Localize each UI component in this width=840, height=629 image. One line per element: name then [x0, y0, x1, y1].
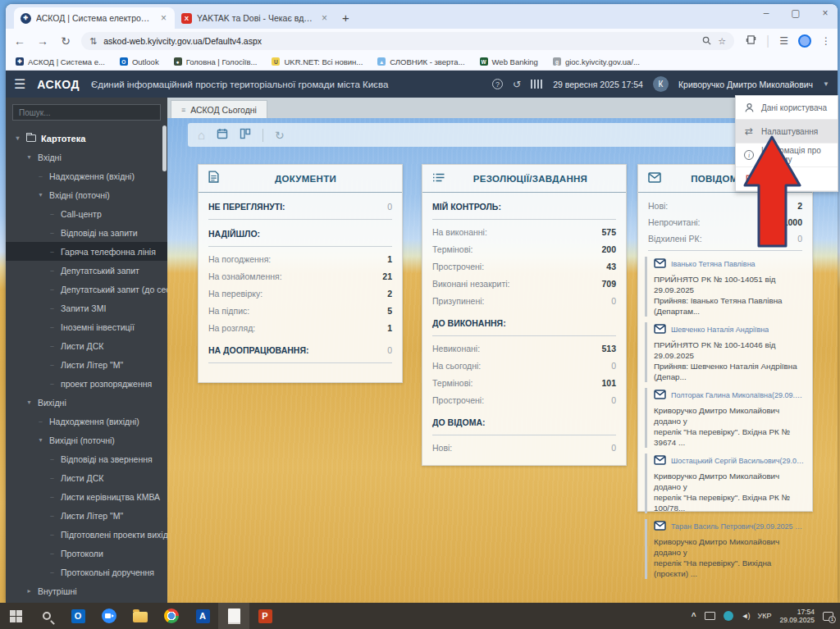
tab-close-icon[interactable]: × [159, 12, 168, 24]
sidebar-item[interactable]: –Відповіді на запити [6, 223, 167, 242]
user-avatar[interactable]: К [653, 76, 669, 92]
taskbar-app-zoom[interactable] [94, 603, 125, 629]
taskbar-app-powerpoint[interactable]: P [249, 603, 281, 629]
tray-app-icon[interactable] [724, 611, 733, 621]
extensions-icon[interactable] [746, 34, 756, 48]
minimize-icon[interactable]: – [760, 7, 772, 19]
caret-down-icon[interactable]: ▾ [25, 153, 33, 161]
dash-marker-icon: – [48, 549, 56, 557]
sidebar-scrollbar[interactable] [162, 125, 167, 171]
bookmark-star-icon[interactable]: ☆ [718, 36, 726, 47]
tab-askod-today[interactable]: ≡ АСКОД Сьогодні [171, 100, 267, 118]
sidebar-item[interactable]: ▾Вихідні [6, 393, 167, 412]
bookmark-item[interactable]: ●Головна | Голосіїв... [174, 57, 258, 66]
sidebar-item[interactable]: –Листи ДСК [6, 468, 167, 487]
sidebar-search-input[interactable] [12, 104, 161, 121]
sidebar-item[interactable]: –Депутатський запит [6, 261, 167, 280]
bookmark-item[interactable]: WWeb Banking [480, 57, 538, 66]
bookmark-item[interactable]: ggioc.kyivcity.gov.ua/... [553, 57, 640, 66]
user-name[interactable]: Криворучко Дмитро Миколайович [678, 80, 813, 89]
sidebar-item[interactable]: ▸Внутрішні [6, 581, 167, 600]
sidebar-item[interactable]: –Підготовлені проекти вихідних [6, 525, 167, 544]
language-indicator[interactable]: УКР [757, 612, 771, 620]
browser-tab[interactable]: XYAKTAK та Dові - Чекає вдом...× [175, 7, 336, 29]
taskbar-app-outlook[interactable]: O [62, 603, 94, 629]
tray-clock[interactable]: 17:54 29.09.2025 [779, 608, 815, 624]
message-sender-link[interactable]: Таран Василь Петрович(29.09.2025 - 17:31… [671, 522, 804, 531]
barcode-icon[interactable] [531, 80, 543, 89]
sidebar-item[interactable]: –Листи Літер "М" [6, 506, 167, 525]
message-sender-link[interactable]: Іванько Тетяна Павлівна [671, 260, 756, 268]
sidebar-item[interactable]: –Запити ЗМІ [6, 299, 167, 317]
zoom-page-icon[interactable] [702, 36, 711, 47]
history-icon[interactable]: ↺ [513, 79, 521, 90]
taskbar-app-search[interactable] [31, 603, 62, 629]
taskbar-app-start[interactable] [0, 603, 31, 629]
notifications-icon[interactable]: 1 [823, 612, 833, 621]
menu-item-user[interactable]: Дані користувача [736, 96, 838, 120]
tab-close-icon[interactable]: × [320, 12, 329, 24]
volume-icon[interactable]: ◄) [742, 612, 750, 620]
refresh-icon[interactable]: ↻ [275, 129, 285, 142]
message-item[interactable]: Таран Василь Петрович(29.09.2025 - 17:31… [645, 519, 804, 579]
sidebar-item[interactable]: ▾Вихідні (поточні) [6, 431, 167, 449]
taskbar-app-a-app[interactable]: A [187, 603, 218, 629]
message-item[interactable]: Шостацький Сергій Васильович(29.09.2025 … [645, 454, 804, 513]
sidebar-item[interactable]: –Відповіді на звернення [6, 449, 167, 468]
sidebar-item[interactable]: ▾Вхідні (поточні) [6, 185, 167, 204]
sidebar-item[interactable]: –Листи керівництва КМВА [6, 487, 167, 506]
browser-menu-icon[interactable]: ⋮ [821, 35, 831, 47]
message-sender-link[interactable]: Шостацький Сергій Васильович(29.09.2025 … [671, 457, 804, 465]
sidebar-item[interactable]: –Протоколи [6, 544, 167, 563]
reload-icon[interactable]: ↻ [58, 34, 73, 48]
message-item[interactable]: Шевченко Наталія АндріївнаПРИЙНЯТО РК № … [645, 322, 804, 382]
sidebar-item[interactable]: –Листи ДСК [6, 336, 167, 355]
sidebar-item[interactable]: –проект розпорядження [6, 374, 167, 393]
browser-tab[interactable]: АСКОД | Система електронн...× [14, 7, 175, 29]
bookmark-item[interactable]: UUKR.NET: Всі новин... [272, 57, 363, 66]
taskbar-app-chrome[interactable] [156, 603, 187, 629]
back-icon[interactable]: ← [12, 34, 27, 48]
sidebar-item[interactable]: –Протокольні доручення [6, 563, 167, 581]
message-sender-link[interactable]: Полторак Галина Миколаївна(29.09.2025 - … [671, 391, 804, 399]
board-icon[interactable] [240, 128, 251, 143]
chevron-down-icon[interactable]: ▼ [823, 80, 829, 88]
hamburger-menu-icon[interactable]: ☰ [14, 76, 25, 92]
network-icon[interactable] [705, 612, 715, 620]
sidebar-item[interactable]: ▾Вхідні [6, 148, 167, 166]
bookmark-item[interactable]: ✚АСКОД | Система е... [16, 57, 105, 66]
reading-list-icon[interactable]: ☰ [779, 35, 788, 47]
sidebar-item[interactable]: –Надходження (вихідні) [6, 412, 167, 431]
new-tab-button[interactable]: + [342, 11, 349, 25]
profile-avatar-icon[interactable] [798, 34, 811, 48]
message-item[interactable]: Іванько Тетяна ПавлівнаПРИЙНЯТО РК № 100… [645, 257, 804, 317]
address-bar[interactable]: ⇅ askod-web.kyivcity.gov.ua/Defaultv4.as… [81, 32, 734, 50]
sidebar-item[interactable]: –Надходження (вхідні) [6, 166, 167, 185]
message-item[interactable]: Полторак Галина Миколаївна(29.09.2025 - … [645, 388, 804, 448]
site-settings-icon[interactable]: ⇅ [89, 36, 97, 47]
forward-icon[interactable]: → [35, 34, 50, 48]
message-sender-link[interactable]: Шевченко Наталія Андріївна [671, 326, 769, 334]
calendar-icon[interactable] [217, 128, 228, 143]
caret-down-icon[interactable]: ▾ [14, 134, 21, 142]
sidebar-item[interactable]: –Депутатський запит (до сесії) [6, 280, 167, 299]
bookmark-item[interactable]: ▲СЛОВНИК - зверта... [377, 57, 464, 66]
taskbar-app-explorer[interactable] [125, 603, 156, 629]
bookmark-item[interactable]: OOutlook [120, 57, 159, 66]
maximize-icon[interactable]: ▢ [790, 7, 801, 19]
tray-chevron-icon[interactable]: ^ [692, 612, 696, 621]
taskbar-app-document[interactable] [218, 603, 249, 629]
url-text[interactable]: askod-web.kyivcity.gov.ua/Defaultv4.aspx [103, 36, 696, 46]
sidebar-item[interactable]: –Call-центр [6, 204, 167, 223]
sidebar-item[interactable]: –Листи Літер "М" [6, 355, 167, 374]
sidebar-item[interactable]: ▾Картотека [6, 129, 167, 148]
caret-down-icon[interactable]: ▾ [37, 191, 44, 198]
caret-down-icon[interactable]: ▾ [37, 436, 44, 444]
caret-right-icon[interactable]: ▸ [25, 587, 33, 595]
close-icon[interactable]: × [819, 7, 831, 19]
help-icon[interactable]: ? [492, 79, 503, 89]
sidebar-item[interactable]: –Гаряча телефонна лінія [6, 242, 167, 261]
home-icon[interactable]: ⌂ [198, 128, 205, 142]
caret-down-icon[interactable]: ▾ [25, 399, 33, 406]
sidebar-item[interactable]: –Іноземні інвестиції [6, 317, 167, 336]
